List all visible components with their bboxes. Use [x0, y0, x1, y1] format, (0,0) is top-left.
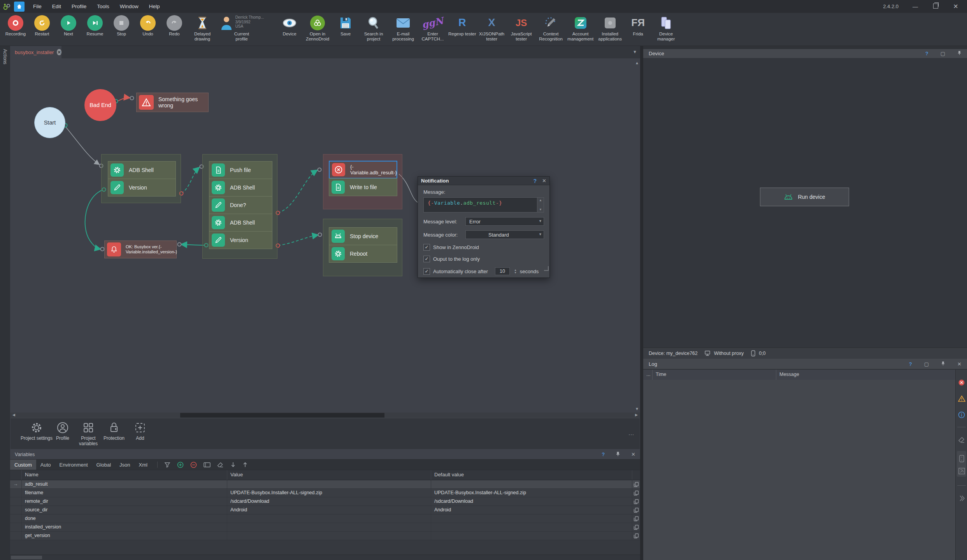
move-down-icon[interactable] [230, 462, 236, 468]
eraser-icon[interactable] [217, 462, 224, 468]
toolbar-context-recognition[interactable]: Context Recognition [536, 13, 566, 41]
action-adb-shell[interactable]: ADB Shell [108, 161, 176, 179]
tab-busybox-installer[interactable]: busybox_installer ✕ [10, 46, 61, 58]
variables-pin-icon[interactable] [616, 451, 620, 458]
action-version-2[interactable]: Version [209, 231, 272, 249]
show-in-zennodroid-row[interactable]: ✓ Show in ZennoDroid [423, 244, 544, 251]
variable-row-source-dir[interactable]: source_dir Android Android [10, 506, 640, 514]
tab-xml[interactable]: Xml [135, 460, 152, 470]
toolbar-recording[interactable]: Recording [2, 13, 29, 37]
minimize-button[interactable]: — [912, 4, 919, 10]
message-field[interactable]: {-Variable.adb_result-} ▲▼ [423, 197, 544, 212]
expand-icon[interactable] [958, 468, 965, 474]
message-value[interactable]: {-Variable.adb_result-} [424, 198, 537, 212]
toolbar-installed-applications[interactable]: Installed applications [595, 13, 625, 41]
scroll-to-end-icon[interactable] [958, 495, 965, 502]
auto-close-row[interactable]: ✓ Automatically close after 10 ▲▼ second… [423, 267, 544, 275]
tab-list-dropdown-icon[interactable]: ▼ [633, 49, 637, 54]
device-maximize-icon[interactable]: ▢ [941, 51, 945, 56]
toolbar-javascript-tester[interactable]: JS JavaScript tester [507, 13, 536, 41]
copy-icon[interactable] [632, 480, 640, 488]
canvas-vscroll-up-icon[interactable]: ▲ [635, 61, 639, 65]
col-value[interactable]: Value [227, 470, 431, 480]
run-device-button[interactable]: Run device [760, 188, 849, 206]
log-info-icon[interactable] [958, 411, 965, 418]
menu-edit[interactable]: Edit [52, 4, 61, 9]
action-write-to-file[interactable]: Write to file [329, 178, 397, 196]
home-button[interactable] [14, 2, 25, 12]
toolbar-stop[interactable]: Stop [108, 13, 135, 37]
add-button[interactable]: Add [123, 421, 157, 441]
action-group-4[interactable]: Stop device Reboot [323, 219, 402, 276]
dialog-help-icon[interactable]: ? [534, 178, 537, 184]
toolbar-frida[interactable]: FЯ Frida [625, 13, 651, 37]
notification-dialog-titlebar[interactable]: Notification ? ✕ [418, 177, 549, 185]
tab-global[interactable]: Global [92, 460, 116, 470]
toolbar-resume[interactable]: Resume [82, 13, 108, 37]
dialog-close-icon[interactable]: ✕ [542, 178, 546, 184]
menu-file[interactable]: File [33, 4, 42, 9]
copy-icon[interactable] [632, 523, 640, 531]
log-warnings-icon[interactable] [958, 395, 965, 402]
toolbar-open-in-zennodroid[interactable]: Open in ZennoDroid [303, 13, 332, 41]
toolbar-email-processing[interactable]: E-mail processing [388, 13, 418, 41]
project-bar-more-button[interactable]: ... [628, 430, 634, 436]
variable-row-get-version[interactable]: get_version [10, 532, 640, 540]
hscroll-thumb[interactable] [180, 413, 384, 418]
toolbar-undo[interactable]: Undo [135, 13, 161, 37]
scroll-left-icon[interactable]: ◀ [12, 413, 15, 417]
log-col-dots[interactable]: ... [643, 370, 653, 380]
toolbar-delayed-drawing[interactable]: Delayed drawing [188, 13, 217, 41]
variable-row-filename[interactable]: filename UPDATE-Busybox.Installer-ALL-si… [10, 489, 640, 497]
log-body[interactable] [643, 380, 955, 560]
toolbar-redo[interactable]: Redo [161, 13, 188, 37]
variables-scroll-thumb[interactable] [11, 556, 42, 559]
action-version[interactable]: Version [108, 179, 176, 197]
col-default[interactable]: Default value [431, 470, 632, 480]
tab-auto[interactable]: Auto [36, 460, 55, 470]
menu-tools[interactable]: Tools [97, 4, 109, 9]
variable-row-remote-dir[interactable]: remote_dir /sdcard/Download /sdcard/Down… [10, 497, 640, 506]
menu-profile[interactable]: Profile [72, 4, 86, 9]
tab-close-icon[interactable]: ✕ [57, 49, 61, 55]
log-col-message[interactable]: Message [776, 370, 955, 380]
tab-custom[interactable]: Custom [10, 460, 36, 470]
toolbar-regexp-tester[interactable]: R Regexp tester [448, 13, 477, 37]
toolbar-restart[interactable]: Restart [29, 13, 55, 37]
message-scrollbar[interactable]: ▲▼ [537, 198, 544, 212]
node-warning-note[interactable]: Something goes wrong [136, 93, 209, 112]
rename-icon[interactable] [204, 462, 211, 468]
action-adb-shell-3[interactable]: ADB Shell [209, 214, 272, 232]
device-pin-icon[interactable] [957, 51, 962, 56]
menu-window[interactable]: Window [120, 4, 139, 9]
panel-splitter[interactable] [640, 46, 643, 560]
seconds-stepper[interactable]: ▲▼ [514, 269, 517, 274]
device-log-icon[interactable] [959, 455, 964, 462]
toolbar-account-management[interactable]: Account management [566, 13, 595, 41]
action-group-3[interactable]: {-Variable.adb_result-} Write to file [323, 154, 402, 209]
output-log-only-row[interactable]: ✓ Ouput to the log only [423, 256, 544, 262]
copy-icon[interactable] [632, 506, 640, 514]
copy-icon[interactable] [632, 497, 640, 506]
node-ok-note[interactable]: OK: Busybox ver.{-Variable.installed_ver… [104, 241, 177, 258]
node-bad-end[interactable]: Bad End [84, 89, 116, 121]
variable-row-done[interactable]: done [10, 514, 640, 523]
device-help-icon[interactable]: ? [925, 51, 928, 56]
checkbox-checked[interactable]: ✓ [423, 256, 430, 262]
toolbar-device-manager[interactable]: Device manager [651, 13, 681, 41]
menu-help[interactable]: Help [149, 4, 160, 9]
canvas-hscrollbar[interactable]: ◀ ▶ [10, 413, 640, 418]
log-help-icon[interactable]: ? [909, 361, 912, 367]
clear-log-icon[interactable] [958, 437, 965, 443]
tab-environment[interactable]: Environment [55, 460, 92, 470]
remove-variable-icon[interactable] [190, 462, 197, 468]
action-reboot[interactable]: Reboot [329, 245, 397, 263]
filter-icon[interactable] [164, 462, 170, 468]
log-pin-icon[interactable] [941, 361, 945, 367]
action-notification-selected[interactable]: {-Variable.adb_result-} [329, 161, 397, 179]
checkbox-checked[interactable]: ✓ [423, 268, 430, 275]
variable-row-adb-result[interactable]: → adb_result [10, 480, 640, 489]
toolbar-current-profile[interactable]: Derrick Thomp... 3/9/1992 USA Current pr… [217, 13, 266, 41]
message-level-dropdown[interactable]: Error ▼ [465, 217, 544, 226]
log-maximize-icon[interactable]: ▢ [924, 361, 929, 367]
